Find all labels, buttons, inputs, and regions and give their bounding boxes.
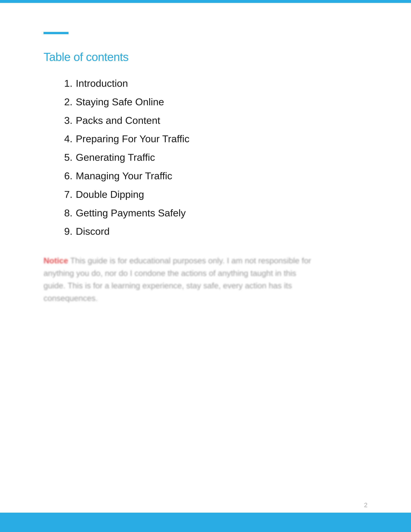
- list-item: 2. Staying Safe Online: [60, 95, 367, 109]
- item-number: 3.: [60, 114, 73, 127]
- list-item: 7. Double Dipping: [60, 188, 367, 201]
- item-label: Introduction: [76, 76, 128, 90]
- item-number: 4.: [60, 132, 73, 146]
- item-label: Getting Payments Safely: [76, 206, 186, 220]
- item-number: 9.: [60, 224, 73, 238]
- item-label: Preparing For Your Traffic: [76, 132, 189, 146]
- item-label: Generating Traffic: [76, 150, 155, 164]
- item-number: 8.: [60, 206, 73, 220]
- item-label: Double Dipping: [76, 188, 144, 201]
- item-label: Discord: [76, 224, 110, 238]
- item-number: 7.: [60, 188, 73, 201]
- toc-heading: Table of contents: [44, 50, 367, 64]
- item-label: Managing Your Traffic: [76, 169, 172, 183]
- list-item: 5. Generating Traffic: [60, 150, 367, 164]
- item-number: 5.: [60, 150, 73, 164]
- accent-line: [44, 32, 68, 34]
- list-item: 3. Packs and Content: [60, 114, 367, 127]
- toc-list: 1. Introduction 2. Staying Safe Online 3…: [60, 76, 367, 238]
- item-number: 6.: [60, 169, 73, 183]
- notice-body: This guide is for educational purposes o…: [44, 256, 311, 303]
- notice-keyword: Notice: [44, 256, 68, 265]
- list-item: 4. Preparing For Your Traffic: [60, 132, 367, 146]
- page-number: 2: [364, 502, 367, 509]
- page-content: Table of contents 1. Introduction 2. Sta…: [0, 3, 411, 513]
- item-label: Staying Safe Online: [76, 95, 164, 109]
- list-item: 8. Getting Payments Safely: [60, 206, 367, 220]
- list-item: 6. Managing Your Traffic: [60, 169, 367, 183]
- list-item: 1. Introduction: [60, 76, 367, 90]
- notice-text: Notice This guide is for educational pur…: [44, 255, 318, 304]
- item-number: 1.: [60, 76, 73, 90]
- list-item: 9. Discord: [60, 224, 367, 238]
- top-bar: [0, 0, 411, 3]
- notice-section: Notice This guide is for educational pur…: [44, 255, 318, 304]
- bottom-bar: [0, 513, 411, 532]
- item-label: Packs and Content: [76, 114, 160, 127]
- item-number: 2.: [60, 95, 73, 109]
